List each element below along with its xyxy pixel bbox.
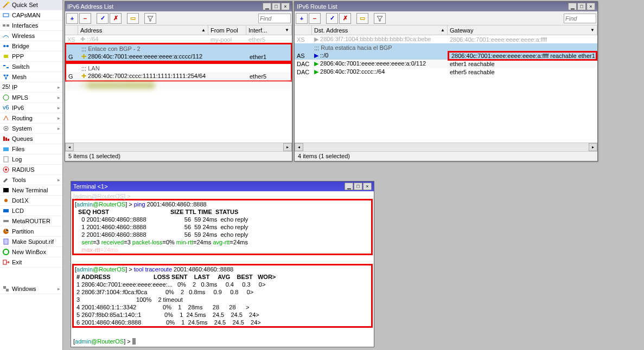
status-bar: 5 items (1 selected) <box>65 151 292 161</box>
col-gateway[interactable]: Gateway▼ <box>448 25 597 35</box>
filter-button[interactable] <box>144 13 156 24</box>
maximize-button[interactable]: □ <box>577 3 586 10</box>
sidebar-item-lcd[interactable]: LCD <box>0 206 62 216</box>
label: LCD <box>12 208 24 214</box>
sidebar: Quick Set CAPsMAN Interfaces Wireless Br… <box>0 0 63 350</box>
sidebar-item-dot1x[interactable]: Dot1X <box>0 196 62 206</box>
sidebar-item-newwinbox[interactable]: New WinBox <box>0 247 62 257</box>
sidebar-item-mpls[interactable]: MPLS▸ <box>0 93 62 103</box>
close-button[interactable]: × <box>586 3 595 10</box>
label: MPLS <box>12 94 28 101</box>
sidebar-item-ip[interactable]: 255IP▸ <box>0 82 62 93</box>
sidebar-item-system[interactable]: System▸ <box>0 124 62 134</box>
filter-button[interactable] <box>374 13 386 24</box>
highlight-box-lan: ;;; LAN G ✚ 2806:40c:7002:cccc:1111:1111… <box>65 62 292 82</box>
sidebar-item-tools[interactable]: Tools▸ <box>0 175 62 185</box>
scroll-left-button[interactable]: ◂ <box>65 143 74 151</box>
col-dst[interactable]: Dst. Address▲ <box>312 25 448 35</box>
add-button[interactable]: + <box>66 13 78 24</box>
minimize-button[interactable]: ▁ <box>345 183 353 190</box>
sidebar-item-files[interactable]: Files <box>0 144 62 154</box>
interfaces-icon <box>2 22 10 29</box>
find-input[interactable] <box>564 14 596 23</box>
col-pool[interactable]: From Pool <box>208 25 246 35</box>
close-button[interactable]: × <box>363 183 372 190</box>
titlebar[interactable]: Terminal <1> ▁ □ × <box>71 182 374 191</box>
titlebar[interactable]: IPv6 Address List ▁ □ × <box>65 2 292 11</box>
table-header: Dst. Address▲ Gateway▼ <box>295 25 597 35</box>
terminal-icon <box>2 186 10 194</box>
sidebar-item-metarouter[interactable]: MetaROUTER <box>0 216 62 226</box>
comment-button[interactable]: ▭ <box>356 13 368 24</box>
table-row[interactable]: AS ▶ ::/0 2806:40c:7001:eeee:eeee:eeee:a… <box>295 51 597 60</box>
sidebar-item-log[interactable]: Log <box>0 154 62 165</box>
scroll-right-button[interactable]: ▸ <box>589 143 597 151</box>
sidebar-item-ppp[interactable]: PPP <box>0 51 62 62</box>
svg-rect-3 <box>3 24 5 27</box>
col-interface[interactable]: Interf...▼ <box>246 25 292 35</box>
maximize-button[interactable]: □ <box>272 3 280 10</box>
remove-button[interactable]: − <box>79 13 91 24</box>
comment-row[interactable]: ;;; Enlace con BGP - 2 <box>66 44 291 53</box>
sidebar-item-newterminal[interactable]: New Terminal <box>0 185 62 196</box>
horizontal-scrollbar[interactable]: ◂▸ <box>65 142 292 151</box>
label: New Terminal <box>12 187 48 193</box>
scroll-left-button[interactable]: ◂ <box>295 143 303 151</box>
minimize-button[interactable]: ▁ <box>568 3 577 10</box>
sidebar-item-interfaces[interactable]: Interfaces <box>0 21 62 31</box>
horizontal-scrollbar[interactable]: ◂▸ <box>295 142 597 151</box>
disable-button[interactable]: ✗ <box>339 13 351 24</box>
table-row-blurred[interactable]: I ✚ ████████████████ <box>65 81 292 89</box>
label: IPv6 <box>12 105 24 111</box>
terminal-output[interactable]: [admin@RouterOS] > [admin@RouterOS] > pi… <box>71 191 374 347</box>
toolbar: + − ✓ ✗ ▭ <box>65 11 292 25</box>
sidebar-item-routing[interactable]: Routing▸ <box>0 113 62 124</box>
ipv6-icon: v6 <box>2 104 10 112</box>
scroll-right-button[interactable]: ▸ <box>283 143 292 151</box>
sidebar-item-exit[interactable]: Exit <box>0 257 62 268</box>
disable-button[interactable]: ✗ <box>110 13 122 24</box>
sidebar-item-radius[interactable]: RADIUS <box>0 165 62 175</box>
window-title: IPv6 Address List <box>67 3 262 10</box>
add-button[interactable]: + <box>296 13 308 24</box>
exit-icon <box>2 258 10 266</box>
svg-point-16 <box>5 128 7 129</box>
svg-rect-4 <box>7 24 9 27</box>
sidebar-item-ipv6[interactable]: v6IPv6▸ <box>0 103 62 113</box>
label: Queues <box>12 135 33 142</box>
label: Quick Set <box>12 2 38 8</box>
titlebar[interactable]: IPv6 Route List ▁ □ × <box>295 2 597 11</box>
sidebar-item-bridge[interactable]: Bridge <box>0 41 62 51</box>
chevron-right-icon: ▸ <box>58 126 60 131</box>
sidebar-item-capsman[interactable]: CAPsMAN <box>0 10 62 21</box>
table-row[interactable]: XS ✚ ::/64 my-pool ether5 <box>65 35 292 43</box>
comment-row[interactable]: ;;; LAN <box>66 64 291 72</box>
table-row[interactable]: DAC ▶ 2806:40c:7002:cccc::/64 ether5 rea… <box>295 68 597 76</box>
table-row[interactable]: XS ▶ 2806:3f7:1004:bbbb:bbbb:bbbb:f0ca:b… <box>295 35 597 43</box>
remove-button[interactable]: − <box>309 13 321 24</box>
sidebar-item-wireless[interactable]: Wireless <box>0 31 62 41</box>
comment-button[interactable]: ▭ <box>127 13 139 24</box>
close-button[interactable]: × <box>281 3 290 10</box>
svg-point-22 <box>5 168 7 171</box>
table-row[interactable]: G ✚ 2806:40c:7002:cccc:1111:1111:1111:25… <box>66 72 291 80</box>
sidebar-item-queues[interactable]: Queues <box>0 134 62 144</box>
sidebar-item-quickset[interactable]: Quick Set <box>0 0 62 10</box>
minimize-button[interactable]: ▁ <box>263 3 271 10</box>
maximize-button[interactable]: □ <box>354 183 362 190</box>
sidebar-item-windows[interactable]: Windows▸ <box>0 284 62 294</box>
find-input[interactable] <box>258 14 291 23</box>
table-row[interactable]: G ✚ 2806:40c:7001:eeee:eeee:eeee:a:cccc/… <box>66 53 291 61</box>
label: Partition <box>12 228 34 235</box>
mesh-icon <box>2 73 10 81</box>
sidebar-item-switch[interactable]: Switch <box>0 62 62 72</box>
funnel-icon <box>377 15 383 22</box>
sidebar-item-mesh[interactable]: Mesh <box>0 72 62 82</box>
sidebar-item-partition[interactable]: Partition <box>0 226 62 237</box>
table-row[interactable]: DAC ▶ 2806:40c:7001:eeee:eeee:eeee:a:0/1… <box>295 60 597 68</box>
col-address[interactable]: Address▲ <box>78 25 208 35</box>
svg-line-0 <box>3 3 8 8</box>
enable-button[interactable]: ✓ <box>97 13 109 24</box>
enable-button[interactable]: ✓ <box>326 13 338 24</box>
sidebar-item-supout[interactable]: Make Supout.rif <box>0 237 62 247</box>
